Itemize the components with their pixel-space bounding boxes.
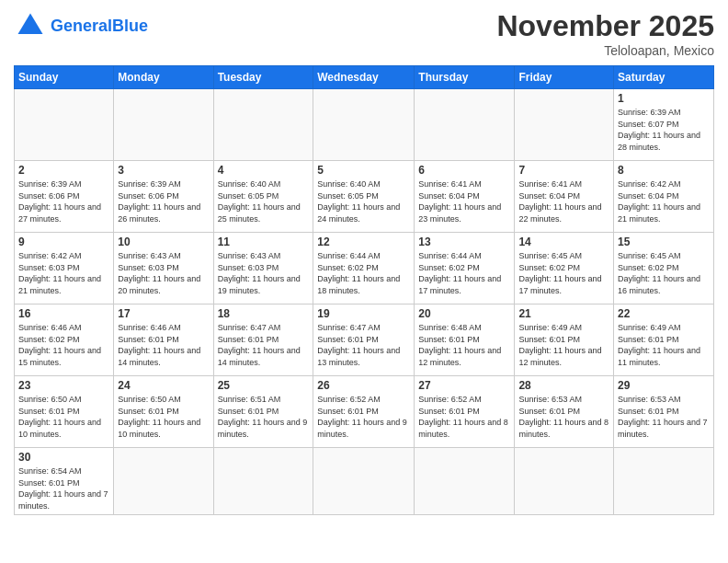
header-wednesday: Wednesday [313, 66, 415, 89]
table-row: 2 Sunrise: 6:39 AMSunset: 6:06 PMDayligh… [15, 161, 714, 233]
day-19: 19 Sunrise: 6:47 AMSunset: 6:01 PMDaylig… [313, 304, 415, 376]
day-16: 16 Sunrise: 6:46 AMSunset: 6:02 PMDaylig… [15, 304, 114, 376]
day-6: 6 Sunrise: 6:41 AMSunset: 6:04 PMDayligh… [415, 161, 515, 233]
table-row: 30 Sunrise: 6:54 AMSunset: 6:01 PMDaylig… [15, 448, 714, 515]
header-tuesday: Tuesday [213, 66, 313, 89]
day-9: 9 Sunrise: 6:42 AMSunset: 6:03 PMDayligh… [15, 233, 114, 304]
day-28: 28 Sunrise: 6:53 AMSunset: 6:01 PMDaylig… [515, 376, 614, 448]
weekday-header-row: Sunday Monday Tuesday Wednesday Thursday… [15, 66, 714, 89]
day-8: 8 Sunrise: 6:42 AMSunset: 6:04 PMDayligh… [614, 161, 714, 233]
day-24: 24 Sunrise: 6:50 AMSunset: 6:01 PMDaylig… [114, 376, 213, 448]
day-20: 20 Sunrise: 6:48 AMSunset: 6:01 PMDaylig… [415, 304, 515, 376]
empty-cell [415, 89, 515, 161]
empty-cell [213, 448, 313, 515]
day-5: 5 Sunrise: 6:40 AMSunset: 6:05 PMDayligh… [313, 161, 415, 233]
header: GeneralBlue November 2025 Teloloapan, Me… [14, 9, 714, 58]
location: Teloloapan, Mexico [496, 43, 714, 58]
empty-cell [114, 448, 213, 515]
page: GeneralBlue November 2025 Teloloapan, Me… [0, 0, 728, 563]
day-29: 29 Sunrise: 6:53 AMSunset: 6:01 PMDaylig… [614, 376, 714, 448]
day-17: 17 Sunrise: 6:46 AMSunset: 6:01 PMDaylig… [114, 304, 213, 376]
header-saturday: Saturday [614, 66, 714, 89]
empty-cell [515, 448, 614, 515]
day-22: 22 Sunrise: 6:49 AMSunset: 6:01 PMDaylig… [614, 304, 714, 376]
day-12: 12 Sunrise: 6:44 AMSunset: 6:02 PMDaylig… [313, 233, 415, 304]
empty-cell [313, 89, 415, 161]
empty-cell [614, 448, 714, 515]
header-thursday: Thursday [415, 66, 515, 89]
day-21: 21 Sunrise: 6:49 AMSunset: 6:01 PMDaylig… [515, 304, 614, 376]
day-1: 1 Sunrise: 6:39 AMSunset: 6:07 PMDayligh… [614, 89, 714, 161]
day-30: 30 Sunrise: 6:54 AMSunset: 6:01 PMDaylig… [15, 448, 114, 515]
day-11: 11 Sunrise: 6:43 AMSunset: 6:03 PMDaylig… [213, 233, 313, 304]
day-26: 26 Sunrise: 6:52 AMSunset: 6:01 PMDaylig… [313, 376, 415, 448]
logo-blue: Blue [112, 17, 148, 35]
day-25: 25 Sunrise: 6:51 AMSunset: 6:01 PMDaylig… [213, 376, 313, 448]
empty-cell [114, 89, 213, 161]
empty-cell [515, 89, 614, 161]
day-14: 14 Sunrise: 6:45 AMSunset: 6:02 PMDaylig… [515, 233, 614, 304]
day-23: 23 Sunrise: 6:50 AMSunset: 6:01 PMDaylig… [15, 376, 114, 448]
header-friday: Friday [515, 66, 614, 89]
table-row: 9 Sunrise: 6:42 AMSunset: 6:03 PMDayligh… [15, 233, 714, 304]
table-row: 1 Sunrise: 6:39 AMSunset: 6:07 PMDayligh… [15, 89, 714, 161]
day-15: 15 Sunrise: 6:45 AMSunset: 6:02 PMDaylig… [614, 233, 714, 304]
header-sunday: Sunday [15, 66, 114, 89]
logo-text: GeneralBlue [51, 17, 148, 36]
title-block: November 2025 Teloloapan, Mexico [496, 9, 714, 58]
day-7: 7 Sunrise: 6:41 AMSunset: 6:04 PMDayligh… [515, 161, 614, 233]
day-18: 18 Sunrise: 6:47 AMSunset: 6:01 PMDaylig… [213, 304, 313, 376]
logo-icon [14, 9, 47, 42]
header-monday: Monday [114, 66, 213, 89]
logo-general: General [51, 17, 112, 35]
empty-cell [213, 89, 313, 161]
day-10: 10 Sunrise: 6:43 AMSunset: 6:03 PMDaylig… [114, 233, 213, 304]
logo: GeneralBlue [14, 9, 148, 42]
day-4: 4 Sunrise: 6:40 AMSunset: 6:05 PMDayligh… [213, 161, 313, 233]
day-13: 13 Sunrise: 6:44 AMSunset: 6:02 PMDaylig… [415, 233, 515, 304]
empty-cell [313, 448, 415, 515]
table-row: 23 Sunrise: 6:50 AMSunset: 6:01 PMDaylig… [15, 376, 714, 448]
empty-cell [15, 89, 114, 161]
empty-cell [415, 448, 515, 515]
month-title: November 2025 [496, 9, 714, 43]
day-2: 2 Sunrise: 6:39 AMSunset: 6:06 PMDayligh… [15, 161, 114, 233]
table-row: 16 Sunrise: 6:46 AMSunset: 6:02 PMDaylig… [15, 304, 714, 376]
day-27: 27 Sunrise: 6:52 AMSunset: 6:01 PMDaylig… [415, 376, 515, 448]
day-3: 3 Sunrise: 6:39 AMSunset: 6:06 PMDayligh… [114, 161, 213, 233]
calendar: Sunday Monday Tuesday Wednesday Thursday… [14, 65, 714, 515]
